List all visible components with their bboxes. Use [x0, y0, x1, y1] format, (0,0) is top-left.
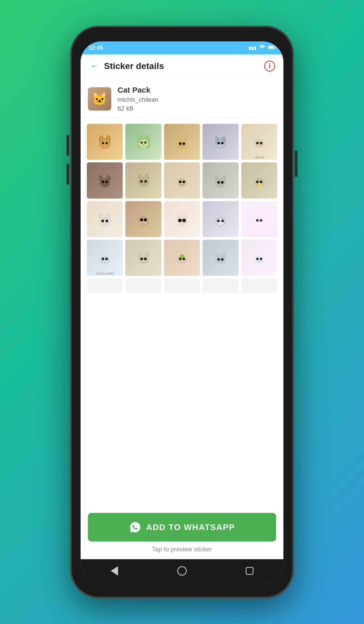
- sticker-item[interactable]: [164, 240, 200, 276]
- svg-point-96: [260, 258, 262, 260]
- svg-point-90: [214, 252, 219, 258]
- sticker-image: [203, 201, 238, 237]
- svg-point-59: [140, 218, 143, 221]
- sticker-image: [241, 240, 277, 276]
- sticker-image: [164, 124, 200, 160]
- volume-down-button[interactable]: [67, 164, 69, 184]
- svg-point-36: [138, 174, 142, 181]
- page-title: Sticker details: [104, 61, 164, 71]
- info-icon: i: [264, 61, 275, 72]
- svg-point-33: [102, 181, 104, 183]
- svg-point-67: [179, 220, 181, 221]
- sticker-item[interactable]: [125, 124, 161, 160]
- svg-point-71: [217, 220, 220, 222]
- nav-recent-button[interactable]: [242, 563, 257, 579]
- sticker-item[interactable]: ⭐: [241, 162, 277, 198]
- sticker-grid-container: Miade: [81, 118, 283, 508]
- nav-back-button[interactable]: [107, 563, 122, 579]
- svg-point-13: [144, 142, 146, 144]
- svg-point-92: [217, 258, 220, 261]
- svg-rect-1: [269, 46, 274, 48]
- sticker-partial-item[interactable]: [125, 278, 161, 293]
- sticker-partial-item[interactable]: [87, 278, 123, 293]
- sticker-item[interactable]: toma awita: [87, 240, 123, 276]
- sticker-partial-item[interactable]: [203, 278, 238, 293]
- phone-device: 12:45 ▮▮▮: [70, 26, 294, 598]
- pack-thumbnail-emoji: 🐱: [92, 92, 107, 106]
- sticker-item[interactable]: [164, 162, 200, 198]
- sticker-item[interactable]: [87, 201, 123, 237]
- phone-screen: 12:45 ▮▮▮: [81, 41, 283, 583]
- signal-icon: ▮▮▮: [249, 45, 256, 51]
- svg-point-61: [142, 222, 145, 224]
- sticker-item[interactable]: [241, 201, 277, 237]
- pack-author: michis_chilean: [118, 96, 158, 103]
- add-to-whatsapp-button[interactable]: ADD TO WHATSAPP: [88, 513, 276, 542]
- sticker-image: [125, 240, 161, 276]
- sticker-image: [87, 124, 123, 160]
- back-arrow-icon: ←: [90, 61, 99, 71]
- svg-point-38: [140, 180, 143, 183]
- power-button[interactable]: [295, 151, 297, 177]
- svg-point-40: [177, 178, 187, 187]
- svg-point-91: [222, 252, 226, 258]
- sticker-item[interactable]: [125, 240, 161, 276]
- info-button[interactable]: i: [263, 60, 276, 73]
- pack-thumbnail-image: 🐱: [88, 87, 111, 111]
- svg-point-6: [100, 140, 109, 148]
- svg-point-97: [257, 260, 261, 263]
- svg-point-68: [183, 220, 185, 221]
- sticker-item[interactable]: [87, 124, 123, 160]
- svg-point-25: [217, 142, 220, 144]
- svg-point-12: [141, 142, 143, 144]
- sticker-image: [203, 162, 238, 198]
- status-bar-left: 12:45: [88, 44, 103, 51]
- sticker-item[interactable]: [125, 201, 161, 237]
- sticker-partial-item[interactable]: [164, 278, 200, 293]
- sticker-item[interactable]: [164, 201, 200, 237]
- add-to-whatsapp-label: ADD TO WHATSAPP: [146, 523, 235, 532]
- svg-point-24: [216, 141, 225, 148]
- sticker-item[interactable]: [164, 124, 200, 160]
- whatsapp-logo-icon: [129, 521, 141, 533]
- sticker-partial-item[interactable]: [241, 278, 277, 293]
- sticker-item[interactable]: [203, 240, 238, 276]
- svg-point-14: [142, 144, 145, 146]
- svg-point-41: [179, 181, 181, 183]
- back-button[interactable]: ←: [88, 60, 101, 73]
- svg-point-39: [144, 180, 147, 183]
- sticker-image: [164, 201, 200, 237]
- sticker-item[interactable]: [203, 124, 238, 160]
- svg-point-32: [107, 175, 111, 181]
- sticker-item[interactable]: [241, 240, 277, 276]
- nav-home-button[interactable]: [174, 563, 190, 579]
- svg-point-55: [101, 220, 104, 222]
- svg-point-7: [102, 142, 104, 144]
- wifi-icon: [259, 45, 266, 51]
- sticker-item[interactable]: Miade: [241, 124, 277, 160]
- svg-point-26: [221, 142, 224, 144]
- svg-point-84: [144, 258, 147, 260]
- status-bar-right: ▮▮▮: [249, 45, 276, 51]
- sticker-item[interactable]: [203, 162, 238, 198]
- sticker-item[interactable]: [203, 201, 238, 237]
- sticker-image: [241, 124, 277, 160]
- sticker-image: [241, 201, 277, 237]
- svg-point-27: [254, 139, 264, 148]
- app-header: ← Sticker details i: [81, 54, 283, 78]
- battery-icon: [268, 45, 276, 51]
- svg-point-18: [179, 142, 181, 145]
- svg-rect-2: [275, 47, 276, 48]
- svg-point-19: [183, 142, 185, 145]
- svg-point-82: [145, 251, 150, 258]
- sticker-label: toma awita: [87, 271, 123, 275]
- sticker-grid: Miade: [87, 124, 277, 276]
- sticker-image: [87, 240, 123, 276]
- pack-details: Cat Pack michis_chilean 62 kB: [118, 86, 158, 112]
- svg-point-56: [106, 220, 108, 222]
- svg-point-95: [256, 258, 259, 260]
- sticker-item[interactable]: [87, 162, 123, 198]
- volume-up-button[interactable]: [67, 135, 69, 156]
- svg-point-78: [102, 258, 104, 260]
- sticker-item[interactable]: [125, 162, 161, 198]
